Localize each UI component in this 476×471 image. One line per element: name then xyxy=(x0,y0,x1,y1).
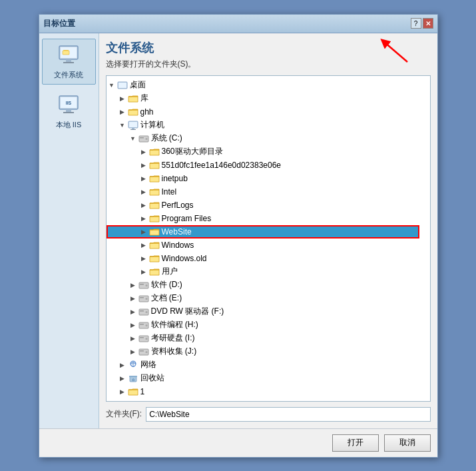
close-button[interactable]: ✕ xyxy=(423,18,433,29)
expand-btn-h-drive[interactable]: ▶ xyxy=(128,320,138,330)
svg-rect-18 xyxy=(130,129,136,130)
tree-item-users[interactable]: ▶ 用户 xyxy=(107,265,419,278)
tree-item-360[interactable]: ▶ 360驱动大师目录 xyxy=(107,145,419,159)
expand-btn-1[interactable]: ▶ xyxy=(117,386,128,397)
sidebar-item-iis[interactable]: IIS 本地 IIS xyxy=(42,89,96,135)
svg-rect-36 xyxy=(140,337,144,338)
title-bar-controls: ? ✕ xyxy=(411,18,433,29)
expand-btn-d-drive[interactable]: ▶ xyxy=(128,280,138,290)
svg-rect-14 xyxy=(119,83,126,88)
expand-btn-perflogs[interactable]: ▶ xyxy=(138,200,149,211)
svg-point-35 xyxy=(145,338,147,340)
tree-item-e-drive[interactable]: ▶ 文档 (E:) xyxy=(107,292,419,305)
folder-icon-c-drive xyxy=(138,134,149,143)
tree-label-windowsold: Windows.old xyxy=(162,254,207,263)
tree-item-h-drive[interactable]: ▶ 软件编程 (H:) xyxy=(107,318,419,332)
dialog-title: 目标位置 xyxy=(43,18,75,29)
tree-item-desktop[interactable]: ▼ 桌面 xyxy=(107,79,419,92)
folder-icon-windowsold xyxy=(149,254,160,263)
tree-item-d-drive[interactable]: ▶ 软件 (D:) xyxy=(107,278,419,292)
help-button[interactable]: ? xyxy=(411,18,421,29)
tree-item-ghh[interactable]: ▶ ghh xyxy=(107,105,419,119)
tree-item-network[interactable]: ▶ 网络 xyxy=(107,358,419,372)
tree-label-library: 库 xyxy=(140,93,148,104)
folder-icon-h-drive xyxy=(138,320,149,330)
expand-btn-551d[interactable]: ▶ xyxy=(138,160,149,171)
expand-btn-programfiles[interactable]: ▶ xyxy=(138,213,149,224)
folder-path-section: 文件夹(F): xyxy=(106,407,431,422)
svg-text:IIS: IIS xyxy=(66,101,72,105)
tree-item-library[interactable]: ▶ 库 xyxy=(107,92,419,105)
folder-icon-e-drive xyxy=(138,294,149,303)
folder-icon-programfiles xyxy=(149,214,160,223)
tree-item-perflogs[interactable]: ▶ PerfLogs xyxy=(107,199,419,212)
expand-btn-recycle[interactable]: ▶ xyxy=(117,373,128,384)
tree-item-j-drive[interactable]: ▶ 资料收集 (J:) xyxy=(107,345,419,358)
expand-btn-desktop[interactable]: ▼ xyxy=(107,80,117,91)
tree-label-intel: Intel xyxy=(162,187,177,197)
expand-btn-f-drive[interactable]: ▶ xyxy=(128,306,138,317)
expand-btn-j-drive[interactable]: ▶ xyxy=(128,346,138,357)
tree-label-computer: 计算机 xyxy=(140,119,164,131)
tree-label-users: 用户 xyxy=(162,266,178,277)
tree-label-windows: Windows xyxy=(162,240,194,250)
svg-point-23 xyxy=(145,284,147,286)
tree-item-intel[interactable]: ▶ Intel xyxy=(107,185,419,199)
folder-icon-inetpub xyxy=(149,174,160,183)
expand-btn-users[interactable]: ▶ xyxy=(138,266,149,277)
tree-item-inetpub[interactable]: ▶ inetpub xyxy=(107,172,419,185)
panel-subtitle: 选择要打开的文件夹(S)。 xyxy=(106,59,431,70)
expand-btn-library[interactable]: ▶ xyxy=(117,93,128,104)
tree-item-windowsold[interactable]: ▶ Windows.old xyxy=(107,252,419,265)
tree-label-network: 网络 xyxy=(140,359,156,370)
svg-rect-2 xyxy=(66,59,71,62)
expand-btn-windowsold[interactable]: ▶ xyxy=(138,253,149,264)
tree-label-h-drive: 软件编程 (H:) xyxy=(151,319,198,330)
folder-icon-desktop xyxy=(117,81,128,90)
tree-label-website: WebSite xyxy=(162,227,192,236)
tree-item-programfiles[interactable]: ▶ Program Files xyxy=(107,212,419,225)
expand-btn-360[interactable]: ▶ xyxy=(138,147,149,157)
expand-btn-computer[interactable]: ▼ xyxy=(117,120,128,131)
tree-label-desktop: 桌面 xyxy=(130,79,146,91)
tree-item-551d[interactable]: ▶ 551d0fc1fee1a146e0d02383e06e xyxy=(107,159,419,172)
svg-rect-44 xyxy=(129,376,137,377)
tree-item-website[interactable]: ▶ WebSite xyxy=(107,225,419,238)
svg-rect-21 xyxy=(140,137,144,139)
tree-label-inetpub: inetpub xyxy=(162,174,188,183)
title-bar: 目标位置 ? ✕ xyxy=(39,15,437,33)
folder-icon-users xyxy=(149,267,160,276)
svg-point-32 xyxy=(145,324,147,326)
tree-container[interactable]: ▼ 桌面▶ 库▶ ghh▼ 计算机▼ 系统 (C:)▶ 360驱动大师目录▶ xyxy=(106,75,431,402)
sidebar-item-filesystem[interactable]: 文件系统 xyxy=(42,39,96,85)
tree-label-perflogs: PerfLogs xyxy=(162,201,194,210)
tree-label-programfiles: Program Files xyxy=(162,214,212,223)
cancel-button[interactable]: 取消 xyxy=(384,434,431,452)
tree-item-f-drive[interactable]: ▶ DVD RW 驱动器 (F:) xyxy=(107,305,419,318)
filesystem-icon xyxy=(57,43,81,67)
expand-btn-website[interactable]: ▶ xyxy=(138,227,149,237)
expand-btn-ghh[interactable]: ▶ xyxy=(117,107,128,117)
tree-item-c-drive[interactable]: ▼ 系统 (C:) xyxy=(107,132,419,145)
expand-btn-intel[interactable]: ▶ xyxy=(138,187,149,197)
expand-btn-i-drive[interactable]: ▶ xyxy=(128,333,138,344)
open-button[interactable]: 打开 xyxy=(332,434,379,452)
tree-item-computer[interactable]: ▼ 计算机 xyxy=(107,119,419,132)
svg-rect-5 xyxy=(63,51,69,55)
tree-label-ghh: ghh xyxy=(140,107,154,117)
folder-icon-intel xyxy=(149,187,160,197)
tree-item-1[interactable]: ▶ 1 xyxy=(107,385,419,398)
expand-btn-e-drive[interactable]: ▶ xyxy=(128,293,138,304)
tree-item-windows[interactable]: ▶ Windows xyxy=(107,238,419,252)
expand-btn-inetpub[interactable]: ▶ xyxy=(138,173,149,184)
tree-item-recycle[interactable]: ▶ ♻ 回收站 xyxy=(107,372,419,385)
expand-btn-network[interactable]: ▶ xyxy=(117,360,128,370)
folder-path-input[interactable] xyxy=(146,407,430,422)
tree-item-i-drive[interactable]: ▶ 考研硬盘 (I:) xyxy=(107,332,419,345)
expand-btn-c-drive[interactable]: ▼ xyxy=(128,133,138,144)
folder-icon-d-drive xyxy=(138,280,149,290)
expand-btn-windows[interactable]: ▶ xyxy=(138,240,149,250)
right-panel: 文件系统 选择要打开的文件夹(S)。 ▼ 桌面▶ 库▶ ghh▼ 计算机▼ xyxy=(99,33,437,428)
folder-icon-recycle: ♻ xyxy=(128,374,138,383)
tree-label-d-drive: 软件 (D:) xyxy=(151,279,182,290)
